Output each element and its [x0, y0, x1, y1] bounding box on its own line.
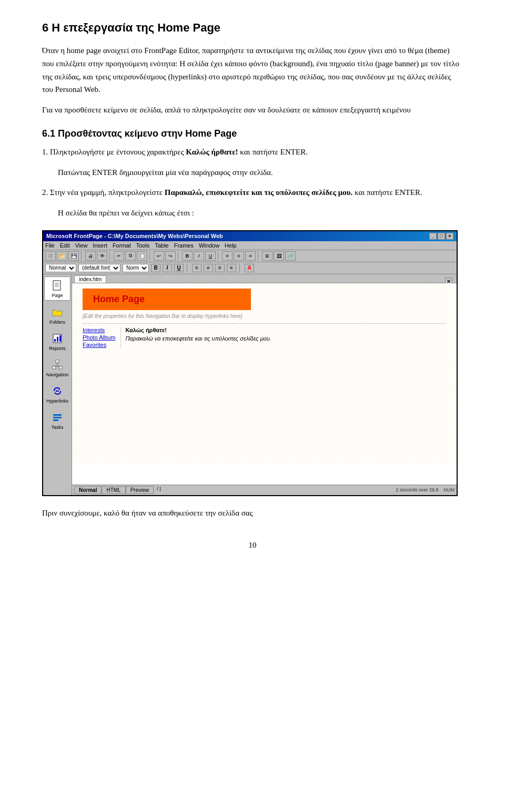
format-size-select[interactable]: Normal [123, 264, 149, 272]
menu-format[interactable]: Format [113, 242, 131, 249]
para2: Για να προσθέσετε κείμενο σε σελίδα, απλ… [42, 104, 463, 117]
step-1-result-text: Πατώντας ENTER δημιουργείται μία νέα παρ… [58, 166, 463, 179]
format-style-select[interactable]: Normal [45, 264, 76, 272]
sidebar-reports-label: Reports [49, 346, 66, 351]
svg-rect-6 [57, 337, 58, 342]
svg-rect-7 [59, 335, 61, 342]
italic-toolbar-btn[interactable]: I [194, 251, 204, 261]
insert-image-btn[interactable]: 🖼 [274, 251, 284, 261]
menu-edit[interactable]: Edit [60, 242, 70, 249]
tab-label: index.htm [79, 276, 102, 282]
open-btn[interactable]: 📂 [57, 251, 67, 261]
chapter-title: 6 Η επεξεργασία της Home Page [42, 21, 463, 35]
underline-toolbar-btn[interactable]: U [205, 251, 216, 261]
bold-format-btn[interactable]: B [151, 264, 160, 272]
ss-status-text: 2 seconds over 28.8 [396, 487, 438, 492]
hyperlink-btn[interactable]: 🔗 [285, 251, 296, 261]
align-r-btn[interactable]: ≡ [215, 264, 225, 272]
menu-frames[interactable]: Frames [174, 242, 194, 249]
sidebar-hyperlinks[interactable]: Hyperlinks [44, 383, 70, 406]
save-btn[interactable]: 💾 [68, 251, 79, 261]
link-interests[interactable]: Interests [83, 327, 115, 333]
menu-view[interactable]: View [75, 242, 88, 249]
ss-status-right: 2 seconds over 28.8 NUM [396, 487, 454, 492]
format-font-select[interactable]: (default font) [78, 264, 120, 272]
navigation-icon [51, 358, 64, 371]
ss-link-list: Interests Photo Album Favorites [83, 327, 115, 348]
undo-btn[interactable]: ↩ [154, 251, 164, 261]
sidebar-page[interactable]: Page [44, 276, 70, 301]
menu-table[interactable]: Table [155, 242, 168, 249]
svg-rect-0 [53, 281, 60, 290]
tab-preview[interactable]: Preview [126, 486, 154, 494]
intro-paragraph: Όταν η home page ανοιχτεί στο FrontPage … [42, 44, 463, 96]
color-btn[interactable]: A [245, 264, 254, 272]
menu-tools[interactable]: Tools [136, 242, 150, 249]
link-photo-album[interactable]: Photo Album [83, 334, 115, 341]
align-center-btn[interactable]: ≡ [234, 251, 244, 261]
toolbar-sep5 [218, 251, 220, 261]
step-2-result: Η σελίδα θα πρέπει να δείχνει κάπως έτσι… [58, 207, 463, 220]
ss-bold-line: Καλώς ήρθατε! [125, 327, 271, 333]
ss-home-title: Home Page [93, 294, 145, 304]
ss-text-content: Καλώς ήρθατε! Παρακαλώ να επισκεφτείτε κ… [120, 327, 271, 348]
sidebar-tasks[interactable]: Tasks [44, 409, 70, 432]
preview-btn[interactable]: 👁 [97, 251, 107, 261]
toolbar-sep2 [109, 251, 112, 261]
ss-toolbar: □ 📂 💾 🖨 👁 ✂ ⧉ 📋 ↩ ↪ B I U ≡ ≡ ≡ ⊞ 🖼 🔗 [43, 250, 457, 262]
italic-format-btn[interactable]: I [163, 264, 172, 272]
menu-window[interactable]: Window [199, 242, 219, 249]
align-l-btn[interactable]: ≡ [192, 264, 201, 272]
ss-num-indicator: NUM [444, 487, 455, 492]
svg-rect-14 [53, 414, 62, 416]
close-btn[interactable]: × [446, 233, 453, 240]
tab-indicator: / | [157, 486, 160, 494]
step-2-result-text: Η σελίδα θα πρέπει να δείχνει κάπως έτσι… [58, 207, 463, 220]
align-c-btn[interactable]: ≡ [204, 264, 213, 272]
print-btn[interactable]: 🖨 [85, 251, 96, 261]
copy-btn[interactable]: ⧉ [125, 251, 136, 261]
frontpage-screenshot: Microsoft FrontPage - C:\My Documents\My… [42, 230, 458, 496]
new-btn[interactable]: □ [45, 251, 56, 261]
sidebar-folders[interactable]: Folders [44, 304, 70, 327]
sidebar-navigation[interactable]: Navigation [44, 356, 70, 379]
ss-titlebar-text: Microsoft FrontPage - C:\My Documents\My… [46, 233, 223, 239]
menu-insert[interactable]: Insert [93, 242, 107, 249]
menu-help[interactable]: Help [225, 242, 237, 249]
ss-nav-hint: [Edit the properties for this Navigation… [83, 313, 446, 319]
maximize-btn[interactable]: □ [438, 233, 445, 240]
bold-toolbar-btn[interactable]: B [182, 251, 193, 261]
step-2-text-after: και πατήστε ENTER. [352, 188, 422, 197]
sidebar-reports[interactable]: Reports [44, 330, 70, 353]
align-right-btn[interactable]: ≡ [245, 251, 256, 261]
tab-html[interactable]: HTML [102, 486, 125, 494]
step-2-bold: Παρακαλώ, επισκεφτείτε και τις υπόλοιπες… [165, 188, 353, 197]
folders-icon [51, 306, 64, 318]
closing-text: Πριν συνεχίσουμε, καλό θα ήταν να αποθηκ… [42, 507, 463, 520]
ss-format-bar: Normal (default font) Normal B I U ≡ ≡ ≡… [43, 262, 457, 274]
align-j-btn[interactable]: ≡ [227, 264, 236, 272]
align-left-btn[interactable]: ≡ [222, 251, 233, 261]
toolbar-sep1 [81, 251, 83, 261]
cut-btn[interactable]: ✂ [114, 251, 124, 261]
ss-separator [83, 323, 446, 324]
index-htm-tab[interactable]: index.htm [74, 275, 106, 283]
svg-rect-5 [54, 339, 56, 342]
svg-rect-15 [53, 417, 62, 418]
step-1-num: 1. [42, 148, 50, 156]
svg-rect-16 [53, 419, 58, 421]
format-sep2 [239, 263, 241, 273]
ss-links-content: Interests Photo Album Favorites Καλώς ήρ… [83, 327, 446, 348]
tab-normal[interactable]: Normal [74, 486, 102, 494]
paste-btn[interactable]: 📋 [137, 251, 147, 261]
redo-btn[interactable]: ↪ [165, 251, 176, 261]
ss-bottom-bar: Normal HTML Preview / | 2 seconds over 2… [72, 485, 457, 495]
insert-table-btn[interactable]: ⊞ [262, 251, 272, 261]
sidebar-navigation-label: Navigation [46, 372, 69, 377]
minimize-btn[interactable]: _ [429, 233, 437, 240]
underline-format-btn[interactable]: U [174, 264, 184, 272]
toolbar-sep4 [178, 251, 180, 261]
step-2-num: 2. [42, 188, 50, 197]
menu-file[interactable]: File [45, 242, 55, 249]
link-favorites[interactable]: Favorites [83, 342, 115, 348]
